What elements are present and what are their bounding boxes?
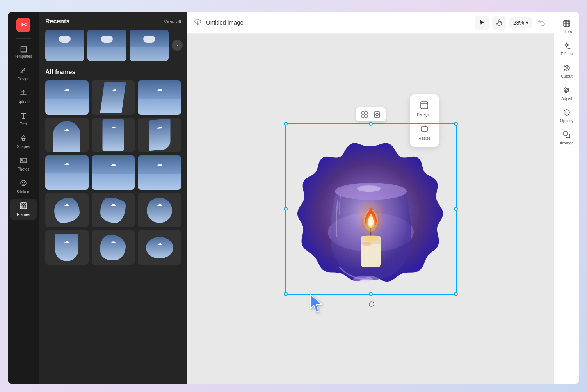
- sidebar-item-photos[interactable]: Photos: [10, 153, 37, 175]
- frame-item-1[interactable]: ☁ ✈ ✈: [45, 80, 89, 115]
- select-tool-button[interactable]: [475, 16, 489, 30]
- cursor-arrow: [308, 293, 326, 318]
- svg-point-15: [357, 185, 381, 192]
- svg-rect-25: [365, 112, 367, 114]
- adjust-label: Adjust: [561, 96, 572, 101]
- frame-item-5[interactable]: ☁: [92, 118, 135, 152]
- rotate-handle[interactable]: [368, 300, 374, 306]
- undo-button[interactable]: [535, 16, 548, 29]
- sidebar-item-frames[interactable]: Frames: [10, 199, 37, 220]
- recent-frame-1[interactable]: [45, 30, 84, 61]
- action-toolbar: [356, 107, 386, 121]
- frame-item-12[interactable]: ☁: [138, 193, 181, 227]
- cutout-label: Cutout: [561, 74, 572, 78]
- frame-item-3[interactable]: ☁ ✈ ✈: [138, 80, 181, 115]
- svg-point-41: [565, 88, 566, 89]
- view-all-button[interactable]: View all: [164, 19, 181, 25]
- svg-rect-6: [20, 203, 27, 209]
- frame-item-2[interactable]: ☁: [92, 80, 135, 115]
- adjust-tool[interactable]: Adjust: [555, 83, 578, 104]
- zoom-chevron-icon: ▾: [526, 20, 528, 26]
- svg-point-23: [353, 276, 373, 282]
- effects-label: Effects: [561, 52, 573, 56]
- design-icon: [20, 66, 27, 75]
- all-frames-title: All frames: [45, 69, 181, 76]
- effects-tool[interactable]: Effects: [555, 39, 578, 59]
- sidebar-item-stickers[interactable]: Stickers: [10, 176, 37, 197]
- adjust-icon: [563, 86, 571, 95]
- photos-label: Photos: [17, 167, 29, 171]
- candle-image[interactable]: [285, 123, 457, 295]
- frame-item-9[interactable]: ☁ ~ ~: [138, 155, 181, 190]
- sidebar-item-templates[interactable]: ▤ Templates: [10, 42, 37, 62]
- sidebar-item-text[interactable]: T Text: [10, 109, 37, 129]
- frame-item-14[interactable]: ☁: [92, 230, 135, 265]
- svg-point-3: [21, 180, 26, 186]
- arrange-icon: [563, 131, 571, 140]
- canvas-workspace[interactable]: Backgr... Resize: [187, 34, 554, 384]
- frame-item-4[interactable]: ☁: [45, 118, 89, 152]
- opacity-icon: [563, 109, 571, 118]
- templates-icon: ▤: [20, 45, 27, 53]
- svg-point-22: [362, 242, 372, 246]
- opacity-tool[interactable]: Opacity: [555, 105, 578, 126]
- background-icon: [420, 101, 429, 111]
- svg-rect-45: [566, 134, 570, 138]
- right-properties-panel: Filters Effects Cutout: [554, 12, 579, 384]
- context-background-label: Backgr...: [417, 112, 432, 117]
- frames-label: Frames: [17, 212, 30, 217]
- upload-icon: [20, 89, 27, 98]
- frame-item-7[interactable]: ☁: [45, 155, 89, 190]
- arrange-tool[interactable]: Arrange: [555, 128, 578, 148]
- photos-icon: [20, 157, 27, 166]
- recent-frame-3[interactable]: [130, 30, 169, 61]
- next-recents-button[interactable]: ›: [172, 40, 183, 51]
- cutout-tool[interactable]: Cutout: [555, 61, 578, 82]
- filters-icon: [563, 20, 571, 29]
- design-label: Design: [17, 77, 29, 81]
- cloud-save-icon[interactable]: [194, 17, 202, 28]
- zoom-control[interactable]: 28% ▾: [509, 17, 532, 28]
- recents-grid: ›: [45, 30, 181, 61]
- frame-item-10[interactable]: ☁: [45, 193, 89, 227]
- main-area: Untitled image 28% ▾: [187, 12, 554, 384]
- tool-sidebar: ✂ ▤ Templates Design Upload: [8, 12, 39, 384]
- svg-rect-11: [421, 102, 428, 109]
- svg-rect-10: [24, 206, 25, 208]
- effects-icon: [563, 42, 571, 51]
- recents-title: Recents: [45, 18, 69, 25]
- action-grid-button[interactable]: [372, 109, 382, 120]
- filters-label: Filters: [561, 30, 572, 34]
- app-logo[interactable]: ✂: [16, 18, 30, 32]
- svg-rect-44: [564, 132, 567, 135]
- sidebar-item-design[interactable]: Design: [10, 63, 37, 84]
- action-detect-button[interactable]: [359, 109, 370, 120]
- frame-item-15[interactable]: ☁: [138, 230, 181, 265]
- toolbar: Untitled image 28% ▾: [187, 12, 554, 34]
- all-frames-grid: ☁ ✈ ✈ ☁ ☁ ✈ ✈ ☁: [45, 80, 181, 265]
- text-icon: T: [21, 112, 27, 120]
- opacity-label: Opacity: [560, 119, 573, 123]
- sidebar-item-upload[interactable]: Upload: [10, 86, 37, 107]
- frames-panel: Recents View all ›: [39, 12, 187, 384]
- stickers-icon: [20, 179, 27, 188]
- hand-tool-button[interactable]: [492, 16, 506, 30]
- frame-item-13[interactable]: ☁: [45, 230, 89, 265]
- svg-rect-7: [21, 204, 23, 205]
- stickers-label: Stickers: [16, 190, 30, 194]
- recent-frame-2[interactable]: [87, 30, 126, 61]
- arrange-label: Arrange: [560, 141, 574, 145]
- zoom-level: 28%: [513, 20, 524, 26]
- svg-rect-24: [362, 112, 364, 114]
- canvas-image-container[interactable]: [285, 123, 457, 295]
- context-background-tool[interactable]: Backgr...: [413, 98, 436, 120]
- frame-item-6[interactable]: ☁: [138, 118, 181, 152]
- toolbar-left: Untitled image: [194, 17, 244, 28]
- shapes-icon: [20, 134, 27, 143]
- filters-tool[interactable]: Filters: [555, 16, 578, 37]
- sidebar-divider: [16, 38, 31, 39]
- upload-label: Upload: [17, 100, 30, 104]
- sidebar-item-shapes[interactable]: Shapes: [10, 131, 37, 152]
- frame-item-11[interactable]: ☁: [92, 193, 135, 227]
- frame-item-8[interactable]: ☁: [92, 155, 135, 190]
